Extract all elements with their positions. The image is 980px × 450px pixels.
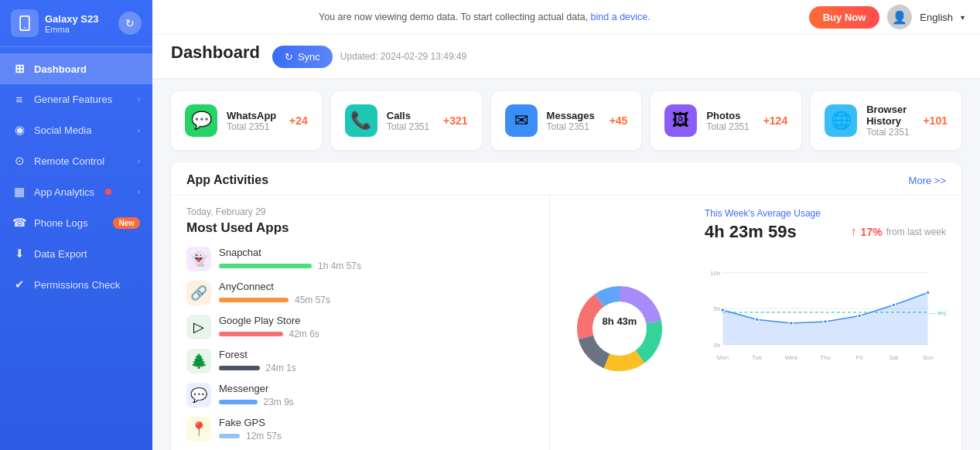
nav-label-analytics: App Analytics bbox=[34, 186, 94, 198]
nav-icon-remote: ⊙ bbox=[12, 154, 26, 168]
chart-pct-label: from last week bbox=[886, 227, 946, 237]
donut-chart: 8h 43m bbox=[550, 196, 689, 450]
app-name: Snapchat bbox=[219, 247, 534, 258]
nav-arrow-social: › bbox=[138, 126, 140, 135]
top-bar: Dashboard ↻ Sync Updated: 2024-02-29 13:… bbox=[152, 35, 980, 79]
nav-icon-dashboard: ⊞ bbox=[12, 62, 26, 76]
sidebar-item-dashboard[interactable]: ⊞ Dashboard bbox=[0, 53, 152, 84]
stat-card-browser[interactable]: 🌐 Browser History Total 2351 +101 bbox=[811, 91, 961, 150]
app-time: 23m 9s bbox=[264, 397, 294, 407]
device-model: Galaxy S23 bbox=[45, 13, 98, 25]
chart-dot-sat bbox=[892, 303, 896, 307]
sync-button[interactable]: ↻ Sync bbox=[272, 46, 333, 68]
chart-subtitle: This Week's Average Usage bbox=[705, 208, 946, 219]
nav-label-permissions: Permissions Check bbox=[34, 279, 120, 291]
sidebar-item-remote[interactable]: ⊙ Remote Control› bbox=[0, 145, 152, 176]
activities-body: Today, February 29 Most Used Apps 👻 Snap… bbox=[171, 196, 961, 450]
chart-dot-tue bbox=[755, 318, 759, 322]
list-item[interactable]: 🔗 AnyConnect 45m 57s bbox=[186, 281, 534, 305]
stat-card-calls[interactable]: 📞 Calls Total 2351 +321 bbox=[331, 91, 482, 150]
nav-label-data_export: Data Export bbox=[34, 248, 87, 260]
stat-card-photos[interactable]: 🖼 Photos Total 2351 +124 bbox=[650, 91, 801, 150]
nav-icon-data_export: ⬇ bbox=[12, 247, 26, 261]
app-bar bbox=[219, 434, 240, 438]
stat-change-photos: +124 bbox=[763, 114, 788, 127]
area-chart-svg: 0h5h10h— avgMonTueWedThuFriSatSun bbox=[705, 253, 946, 377]
bind-device-link[interactable]: bind a device. bbox=[591, 12, 650, 22]
stat-name-calls: Calls bbox=[387, 110, 434, 121]
sidebar-item-phone_logs[interactable]: ☎ Phone LogsNew bbox=[0, 207, 152, 238]
app-bar-wrap: 24m 1s bbox=[219, 363, 534, 373]
chart-pct: 17% bbox=[861, 226, 883, 238]
stat-card-messages[interactable]: ✉ Messages Total 2351 +45 bbox=[491, 91, 642, 150]
stat-total-browser: Total 2351 bbox=[866, 127, 913, 138]
svg-point-3 bbox=[592, 302, 647, 356]
nav-arrow-analytics: › bbox=[138, 188, 140, 196]
sidebar-nav: ⊞ Dashboard≡ General Features›◉ Social M… bbox=[0, 47, 152, 450]
nav-icon-social: ◉ bbox=[12, 123, 26, 137]
app-time: 12m 57s bbox=[246, 431, 282, 441]
page-title: Dashboard bbox=[171, 43, 260, 70]
stat-icon-calls: 📞 bbox=[345, 104, 377, 137]
app-info: Messenger 23m 9s bbox=[219, 383, 534, 407]
buy-now-button[interactable]: Buy Now bbox=[809, 6, 880, 29]
nav-label-social: Social Media bbox=[34, 124, 91, 136]
app-icon: ▷ bbox=[186, 315, 211, 339]
nav-label-dashboard: Dashboard bbox=[34, 63, 87, 75]
svg-text:10h: 10h bbox=[710, 270, 720, 277]
list-item[interactable]: 🌲 Forest 24m 1s bbox=[186, 349, 534, 373]
nav-badge-phone_logs: New bbox=[113, 217, 140, 229]
sidebar-item-data_export[interactable]: ⬇ Data Export bbox=[0, 238, 152, 269]
more-link[interactable]: More >> bbox=[909, 175, 946, 186]
app-bar-wrap: 45m 57s bbox=[219, 295, 534, 305]
app-info: AnyConnect 45m 57s bbox=[219, 281, 534, 305]
app-name: Fake GPS bbox=[219, 417, 534, 428]
stat-icon-messages: ✉ bbox=[505, 104, 538, 137]
sidebar-item-general[interactable]: ≡ General Features› bbox=[0, 84, 152, 114]
stat-card-whatsapp[interactable]: 💬 WhatsApp Total 2351 +24 bbox=[171, 91, 322, 150]
activities-header: App Activities More >> bbox=[171, 162, 961, 196]
activities-section: App Activities More >> Today, February 2… bbox=[171, 162, 961, 450]
nav-arrow-general: › bbox=[138, 95, 140, 104]
app-icon: 💬 bbox=[186, 383, 211, 407]
app-icon: 🔗 bbox=[186, 281, 211, 305]
sync-label: Sync bbox=[298, 51, 320, 63]
app-icon: 🌲 bbox=[186, 349, 211, 373]
top-bar-left: Dashboard ↻ Sync Updated: 2024-02-29 13:… bbox=[171, 43, 466, 78]
stat-info-whatsapp: WhatsApp Total 2351 bbox=[227, 110, 280, 132]
list-item[interactable]: 💬 Messenger 23m 9s bbox=[186, 383, 534, 407]
most-used-title: Most Used Apps bbox=[186, 220, 534, 236]
stat-total-whatsapp: Total 2351 bbox=[227, 121, 280, 132]
stat-name-photos: Photos bbox=[706, 110, 753, 121]
banner-text: You are now viewing demo data. To start … bbox=[168, 12, 801, 22]
sidebar-item-social[interactable]: ◉ Social Media› bbox=[0, 114, 152, 145]
chart-dot-sun bbox=[926, 291, 930, 295]
chart-pct-wrap: ↑ 17% from last week bbox=[851, 225, 946, 239]
chart-dot-thu bbox=[824, 320, 828, 324]
list-item[interactable]: 👻 Snapchat 1h 4m 57s bbox=[186, 247, 534, 271]
stat-change-browser: +101 bbox=[923, 114, 948, 127]
nav-label-general: General Features bbox=[34, 94, 112, 105]
list-item[interactable]: ▷ Google Play Store 42m 6s bbox=[186, 315, 534, 339]
nav-arrow-remote: › bbox=[138, 157, 140, 165]
date-label: Today, February 29 bbox=[186, 206, 534, 217]
app-time: 45m 57s bbox=[295, 295, 330, 305]
language-selector[interactable]: English bbox=[920, 12, 953, 23]
stat-name-browser: Browser History bbox=[866, 104, 913, 127]
list-item[interactable]: 📍 Fake GPS 12m 57s bbox=[186, 417, 534, 441]
sidebar-item-analytics[interactable]: ▦ App Analytics› bbox=[0, 176, 152, 207]
chart-day-label-mon: Mon bbox=[717, 354, 729, 361]
nav-icon-permissions: ✔ bbox=[12, 278, 26, 291]
sidebar-sync-icon[interactable]: ↻ bbox=[118, 12, 142, 35]
sidebar-item-permissions[interactable]: ✔ Permissions Check bbox=[0, 269, 152, 300]
app-info: Google Play Store 42m 6s bbox=[219, 315, 534, 339]
app-time: 1h 4m 57s bbox=[318, 261, 361, 271]
svg-text:0h: 0h bbox=[714, 342, 721, 349]
app-bar bbox=[219, 332, 283, 336]
stat-name-messages: Messages bbox=[547, 110, 600, 121]
device-user: Emma bbox=[45, 25, 98, 34]
activities-title: App Activities bbox=[186, 173, 268, 187]
stat-total-messages: Total 2351 bbox=[547, 121, 600, 132]
stat-change-calls: +321 bbox=[443, 114, 468, 127]
main-content: You are now viewing demo data. To start … bbox=[152, 0, 980, 450]
